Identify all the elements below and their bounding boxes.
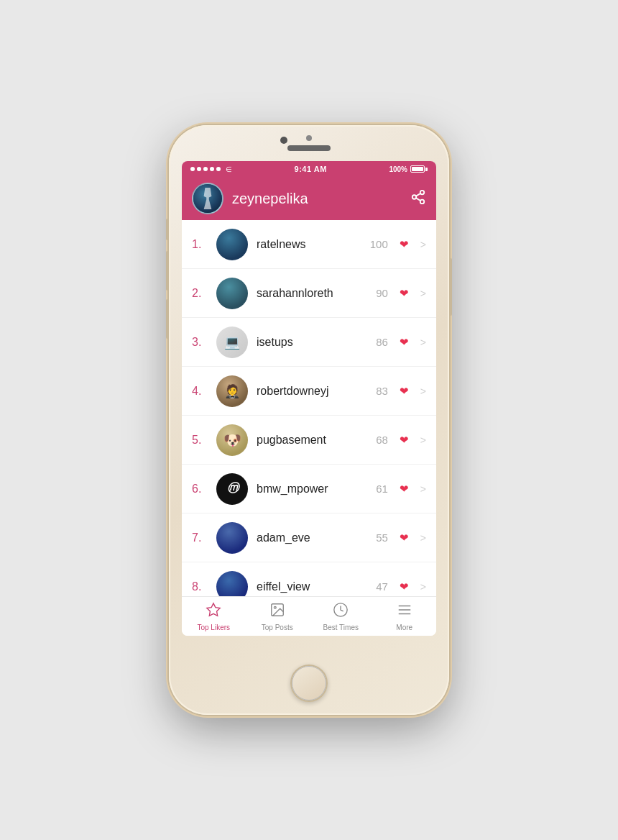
signal-dot-2: [197, 167, 201, 171]
battery-body: [410, 165, 425, 173]
item-username: bmw_mpower: [257, 483, 367, 496]
header-username: zeynepelika: [232, 191, 402, 207]
user-avatar: [216, 571, 248, 597]
chevron-right-icon: >: [420, 239, 426, 250]
item-rank: 5.: [192, 434, 208, 447]
heart-icon: ❤: [400, 287, 409, 300]
item-count: 86: [376, 336, 388, 348]
user-avatar: 🐶: [216, 424, 248, 456]
heart-icon: ❤: [400, 238, 409, 251]
chevron-right-icon: >: [420, 337, 426, 348]
tab-top-likers[interactable]: Top Likers: [182, 597, 246, 636]
phone-wrapper: ∈ 9:41 AM 100%: [158, 111, 460, 729]
battery-percentage: 100%: [389, 165, 407, 173]
user-avatar: [216, 278, 248, 309]
heart-icon: ❤: [400, 531, 409, 544]
item-username: adam_eve: [257, 531, 367, 544]
tab-top-posts[interactable]: Top Posts: [246, 597, 310, 636]
avatar-figure: [201, 188, 214, 209]
sensor: [306, 135, 312, 141]
signal-dot-4: [210, 167, 214, 171]
signal-dot-5: [216, 167, 221, 171]
phone-frame: ∈ 9:41 AM 100%: [169, 125, 449, 715]
app-header: zeynepelika: [182, 177, 436, 220]
item-rank: 8.: [192, 580, 208, 593]
item-count: 47: [376, 580, 388, 593]
item-count: 90: [376, 287, 388, 299]
signal-dot-1: [190, 167, 195, 171]
wifi-icon: ∈: [226, 165, 232, 173]
menu-icon: [397, 602, 412, 621]
status-time: 9:41 AM: [295, 165, 327, 173]
status-right: 100%: [389, 165, 428, 173]
tab-label-best-times: Best Times: [323, 624, 359, 631]
star-icon: [206, 602, 221, 621]
signal-dot-3: [203, 167, 208, 171]
heart-icon: ❤: [400, 336, 409, 349]
chevron-right-icon: >: [420, 288, 426, 299]
item-rank: 2.: [192, 287, 208, 300]
list-item[interactable]: 4. 🤵 robertdowneyj 83 ❤ >: [182, 367, 436, 416]
volume-up-button[interactable]: [166, 251, 169, 291]
heart-icon: ❤: [400, 580, 409, 593]
home-button[interactable]: [290, 665, 328, 702]
user-avatar: 💻: [216, 327, 248, 358]
chevron-right-icon: >: [420, 434, 426, 446]
svg-point-7: [274, 606, 276, 608]
svg-marker-5: [207, 603, 220, 615]
list-item[interactable]: 7. adam_eve 55 ❤ >: [182, 513, 436, 562]
user-avatar: [216, 522, 248, 554]
chevron-right-icon: >: [420, 581, 426, 593]
avatar: [192, 183, 223, 214]
list-item[interactable]: 6. ⓜ bmw_mpower 61 ❤ >: [182, 465, 436, 513]
heart-icon: ❤: [400, 483, 409, 496]
front-camera: [280, 137, 287, 144]
item-count: 83: [376, 385, 388, 397]
status-bar: ∈ 9:41 AM 100%: [182, 161, 436, 177]
tab-best-times[interactable]: Best Times: [309, 597, 373, 636]
item-username: pugbasement: [257, 434, 367, 447]
item-count: 100: [370, 238, 388, 250]
tab-more[interactable]: More: [373, 597, 437, 636]
earpiece-speaker: [287, 145, 331, 151]
list-item[interactable]: 3. 💻 isetups 86 ❤ >: [182, 318, 436, 367]
image-icon: [269, 602, 285, 621]
item-rank: 4.: [192, 385, 208, 398]
item-count: 55: [376, 531, 388, 544]
item-rank: 1.: [192, 238, 208, 251]
heart-icon: ❤: [400, 385, 409, 398]
power-button[interactable]: [449, 258, 452, 316]
battery-icon: [410, 165, 428, 173]
list-item[interactable]: 2. sarahannloreth 90 ❤ >: [182, 269, 436, 318]
item-username: robertdowneyj: [257, 385, 367, 398]
volume-mute-button[interactable]: [166, 219, 169, 240]
item-username: isetups: [257, 336, 367, 349]
home-button-inner: [292, 666, 326, 700]
list-item[interactable]: 1. ratelnews 100 ❤ >: [182, 220, 436, 269]
svg-line-4: [416, 193, 420, 196]
avatar-image: [193, 184, 222, 213]
chevron-right-icon: >: [420, 483, 426, 495]
item-username: sarahannloreth: [257, 287, 367, 300]
share-icon[interactable]: [410, 189, 426, 209]
tab-label-top-posts: Top Posts: [262, 624, 293, 631]
item-username: ratelnews: [257, 238, 361, 251]
tab-label-more: More: [396, 624, 412, 631]
list-item[interactable]: 5. 🐶 pugbasement 68 ❤ >: [182, 416, 436, 465]
phone-screen: ∈ 9:41 AM 100%: [182, 161, 436, 636]
item-rank: 7.: [192, 531, 208, 544]
item-count: 61: [376, 483, 388, 495]
list-item[interactable]: 8. eiffel_view 47 ❤ >: [182, 562, 436, 596]
battery-fill: [412, 167, 423, 171]
item-rank: 3.: [192, 336, 208, 349]
tab-bar: Top Likers Top Posts: [182, 596, 436, 636]
clock-icon: [333, 602, 349, 621]
chevron-right-icon: >: [420, 385, 426, 397]
svg-line-3: [416, 198, 420, 201]
tab-label-top-likers: Top Likers: [197, 624, 230, 631]
item-count: 68: [376, 434, 388, 446]
volume-down-button[interactable]: [166, 299, 169, 339]
likers-list: 1. ratelnews 100 ❤ > 2. sarahannloreth 9…: [182, 220, 436, 596]
user-avatar: 🤵: [216, 375, 248, 407]
heart-icon: ❤: [400, 434, 409, 447]
